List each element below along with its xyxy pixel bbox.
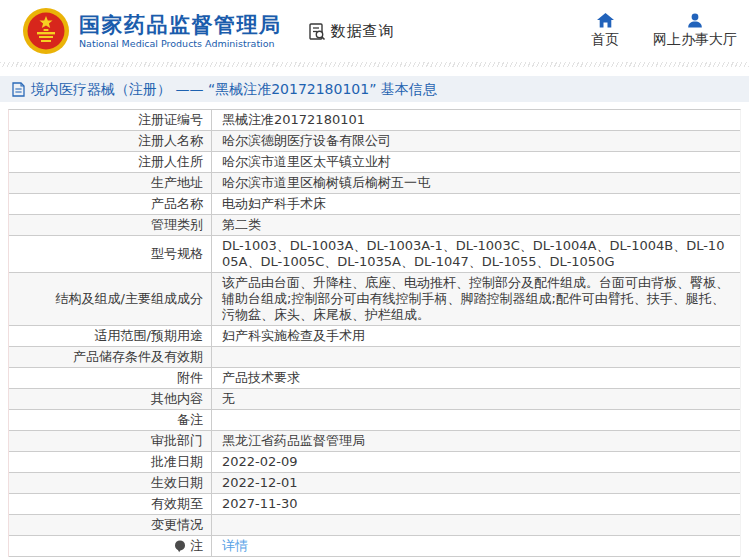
row-value: 详情 (212, 536, 740, 556)
row-value: 妇产科实施检查及手术用 (212, 326, 740, 346)
nav-home-label: 首页 (591, 31, 619, 49)
table-row: 型号规格DL-1003、DL-1003A、DL-1003A-1、DL-1003C… (9, 236, 740, 273)
table-row: 适用范围/预期用途妇产科实施检查及手术用 (9, 326, 740, 347)
row-value: 2027-11-30 (212, 494, 740, 514)
row-value (212, 347, 740, 367)
table-row: 有效期至2027-11-30 (9, 494, 740, 515)
table-row: 产品名称电动妇产科手术床 (9, 194, 740, 215)
row-label: 注册人名称 (9, 131, 212, 151)
nav-service-hall-label: 网上办事大厅 (653, 31, 737, 49)
row-value (212, 515, 740, 535)
table-row: 附件产品技术要求 (9, 368, 740, 389)
org-name-en: National Medical Products Administration (79, 38, 282, 50)
table-row: 变更情况 (9, 515, 740, 536)
row-label: 产品储存条件及有效期 (9, 347, 212, 367)
row-label: 备注 (9, 410, 212, 430)
site-header: 国家药品监督管理局 National Medical Products Admi… (0, 0, 749, 62)
row-value: 无 (212, 389, 740, 409)
row-value: 2022-12-01 (212, 473, 740, 493)
row-label: 注 (9, 536, 212, 556)
table-row: 审批部门黑龙江省药品监督管理局 (9, 431, 740, 452)
table-row: 管理类别第二类 (9, 215, 740, 236)
row-value: 哈尔滨德朗医疗设备有限公司 (212, 131, 740, 151)
page-title: 境内医疗器械（注册） —— “黑械注准20172180101” 基本信息 (31, 81, 437, 97)
row-label: 其他内容 (9, 389, 212, 409)
row-value: 哈尔滨市道里区太平镇立业村 (212, 152, 740, 172)
table-row: 注册人住所哈尔滨市道里区太平镇立业村 (9, 152, 740, 173)
row-label: 有效期至 (9, 494, 212, 514)
table-row: 备注 (9, 410, 740, 431)
nav-data-query[interactable]: 数据查询 (308, 22, 395, 41)
row-value: 2022-02-09 (212, 452, 740, 472)
row-value: 黑械注准20172180101 (212, 110, 740, 130)
row-label: 生效日期 (9, 473, 212, 493)
table-row: 其他内容无 (9, 389, 740, 410)
row-label: 生产地址 (9, 173, 212, 193)
row-label: 变更情况 (9, 515, 212, 535)
row-label: 批准日期 (9, 452, 212, 472)
row-value: 哈尔滨市道里区榆树镇后榆树五一屯 (212, 173, 740, 193)
table-row: 生效日期2022-12-01 (9, 473, 740, 494)
row-label: 适用范围/预期用途 (9, 326, 212, 346)
row-value: 该产品由台面、升降柱、底座、电动推杆、控制部分及配件组成。台面可由背板、臀板、辅… (212, 273, 740, 325)
row-label: 结构及组成/主要组成成分 (9, 273, 212, 325)
brand-titles: 国家药品监督管理局 National Medical Products Admi… (79, 13, 282, 50)
table-row: 注详情 (9, 536, 740, 557)
row-value: 产品技术要求 (212, 368, 740, 388)
table-row: 产品储存条件及有效期 (9, 347, 740, 368)
national-emblem-logo[interactable] (22, 7, 70, 55)
table-row: 生产地址哈尔滨市道里区榆树镇后榆树五一屯 (9, 173, 740, 194)
org-name-cn: 国家药品监督管理局 (79, 13, 282, 37)
table-row: 注册证编号黑械注准20172180101 (9, 110, 740, 131)
details-link[interactable]: 详情 (222, 538, 248, 554)
row-value: DL-1003、DL-1003A、DL-1003A-1、DL-1003C、DL-… (212, 236, 740, 272)
row-label: 管理类别 (9, 215, 212, 235)
page-title-bar: 境内医疗器械（注册） —— “黑械注准20172180101” 基本信息 (0, 76, 749, 102)
person-icon (687, 13, 703, 28)
registration-info-table: 注册证编号黑械注准20172180101注册人名称哈尔滨德朗医疗设备有限公司注册… (8, 109, 741, 557)
row-label: 注册证编号 (9, 110, 212, 130)
row-label: 型号规格 (9, 236, 212, 272)
document-icon (12, 82, 25, 97)
home-icon (597, 13, 614, 28)
row-label: 注册人住所 (9, 152, 212, 172)
note-icon (174, 540, 186, 553)
nav-home[interactable]: 首页 (591, 13, 619, 49)
data-query-label: 数据查询 (331, 22, 395, 41)
table-row: 注册人名称哈尔滨德朗医疗设备有限公司 (9, 131, 740, 152)
nav-service-hall[interactable]: 网上办事大厅 (653, 13, 737, 49)
row-label: 审批部门 (9, 431, 212, 451)
row-label: 附件 (9, 368, 212, 388)
data-query-icon (308, 22, 327, 41)
row-value: 电动妇产科手术床 (212, 194, 740, 214)
row-value: 黑龙江省药品监督管理局 (212, 431, 740, 451)
row-value (212, 410, 740, 430)
row-label: 产品名称 (9, 194, 212, 214)
table-row: 批准日期2022-02-09 (9, 452, 740, 473)
table-row: 结构及组成/主要组成成分该产品由台面、升降柱、底座、电动推杆、控制部分及配件组成… (9, 273, 740, 326)
row-value: 第二类 (212, 215, 740, 235)
